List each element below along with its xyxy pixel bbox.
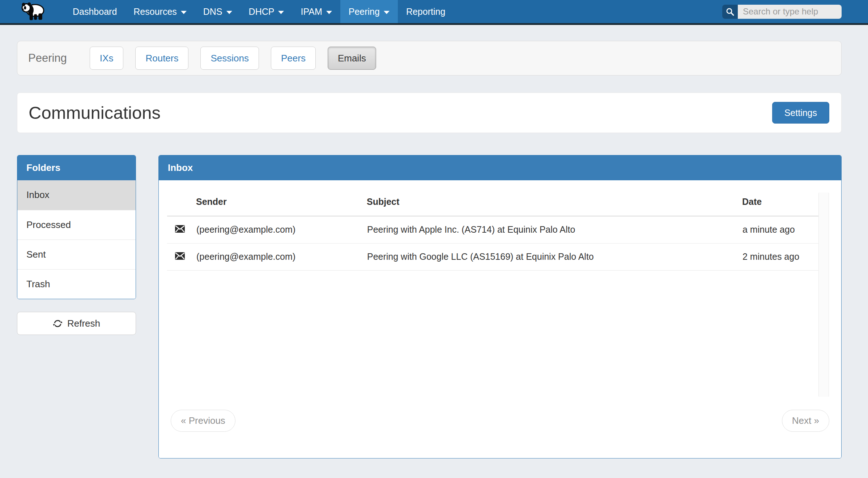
mail-row-subject: Peering with Google LLC (AS15169) at Equ… [367,243,742,270]
caret-down-icon [326,11,332,14]
mail-row-sender: (peering@example.com) [196,216,367,243]
global-search [722,5,842,19]
nav-label: DNS [203,7,222,17]
peering-subnav: Peering IXs Routers Sessions Peers Email… [17,41,842,76]
column-header-icon [167,180,196,216]
refresh-button-label: Refresh [67,318,100,329]
envelope-icon [175,225,185,233]
page-title: Communications [29,103,161,123]
page-content: Peering IXs Routers Sessions Peers Email… [17,41,842,458]
caret-down-icon [181,11,187,14]
nav-menu: Dashboard Resources DNS DHCP IPAM Peerin… [64,0,454,23]
nav-item-ipam[interactable]: IPAM [292,0,340,23]
settings-button[interactable]: Settings [772,102,829,124]
mail-row-date: a minute ago [742,216,819,243]
search-button[interactable] [722,5,738,19]
folder-item-trash[interactable]: Trash [17,269,136,299]
folder-item-processed[interactable]: Processed [17,210,136,240]
nav-label: Peering [349,7,380,17]
subnav-button-ixs[interactable]: IXs [90,47,124,70]
folder-list: Inbox Processed Sent Trash [17,180,136,299]
refresh-button[interactable]: Refresh [17,312,136,335]
folder-item-sent[interactable]: Sent [17,240,136,269]
inbox-body: Sender Subject Date [159,180,841,458]
main-row: Folders Inbox Processed Sent Trash Refre… [17,155,842,458]
folders-panel: Folders Inbox Processed Sent Trash [17,155,136,299]
nav-item-peering[interactable]: Peering [340,0,398,23]
nav-item-dns[interactable]: DNS [195,0,241,23]
mail-row[interactable]: (peering@example.com) Peering with Apple… [167,216,819,243]
mail-row-date: 2 minutes ago [742,243,819,270]
nav-label: IPAM [301,7,322,17]
page-header-card: Communications Settings [17,92,842,133]
mail-table-header-row: Sender Subject Date [167,180,819,216]
search-input[interactable] [738,5,842,19]
nav-item-resources[interactable]: Resources [125,0,195,23]
column-header-date: Date [742,180,819,216]
subnav-button-sessions[interactable]: Sessions [200,47,259,70]
subnav-button-emails[interactable]: Emails [328,47,376,70]
previous-page-button[interactable]: « Previous [171,410,235,432]
nav-label: Reporting [406,7,445,17]
table-scrollbar[interactable] [818,193,829,397]
nav-item-dashboard[interactable]: Dashboard [64,0,125,23]
mail-row-icon-cell [167,216,196,243]
nav-label: DHCP [249,7,275,17]
caret-down-icon [226,11,232,14]
top-navbar: Dashboard Resources DNS DHCP IPAM Peerin… [0,0,868,25]
subnav-button-peers[interactable]: Peers [271,47,316,70]
panda-logo-icon[interactable] [21,1,46,22]
magnifier-icon [726,7,735,16]
column-header-sender: Sender [196,180,367,216]
column-header-subject: Subject [367,180,742,216]
subnav-title: Peering [28,52,67,65]
subnav-button-routers[interactable]: Routers [135,47,188,70]
folders-panel-heading: Folders [17,155,136,180]
inbox-panel-heading: Inbox [159,155,841,180]
mail-row-sender: (peering@example.com) [196,243,367,270]
envelope-icon [175,252,185,260]
nav-item-reporting[interactable]: Reporting [398,0,454,23]
refresh-arrows-icon [53,319,63,328]
folder-item-inbox[interactable]: Inbox [17,180,136,210]
caret-down-icon [278,11,284,14]
inbox-panel: Inbox Sender Subject Date [158,155,842,458]
mail-row[interactable]: (peering@example.com) Peering with Googl… [167,243,819,270]
nav-item-dhcp[interactable]: DHCP [241,0,293,23]
nav-label: Resources [133,7,177,17]
mail-row-subject: Peering with Apple Inc. (AS714) at Equin… [367,216,742,243]
mail-table: Sender Subject Date [167,180,819,271]
next-page-button[interactable]: Next » [782,410,829,432]
mail-row-icon-cell [167,243,196,270]
folders-column: Folders Inbox Processed Sent Trash Refre… [17,155,136,335]
nav-label: Dashboard [73,7,117,17]
caret-down-icon [384,11,390,14]
